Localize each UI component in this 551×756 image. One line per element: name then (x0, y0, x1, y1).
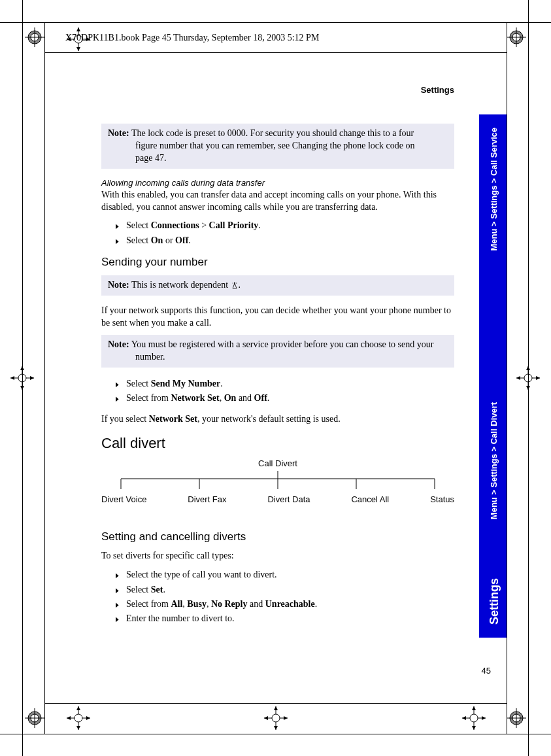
crop-line-top-inner (44, 52, 507, 53)
svg-marker-42 (536, 376, 540, 380)
list-item: Select Set. (114, 583, 454, 597)
note-service-provider: Note: You must be registered with a serv… (101, 335, 454, 368)
crop-line-right-inner (507, 22, 507, 734)
svg-marker-66 (472, 706, 476, 710)
diagram-lines-icon (101, 471, 454, 492)
svg-marker-32 (10, 376, 14, 380)
crop-header-text: X70DPK11B1.book Page 45 Thursday, Septem… (65, 33, 319, 43)
crop-line-top-outer (0, 22, 551, 23)
note-network-dependent: Note: This is network dependent . (101, 275, 454, 296)
crop-line-left-inner (44, 22, 45, 734)
crosshair-icon (461, 705, 487, 731)
page-content: Settings Note: The lock code is preset t… (101, 85, 454, 634)
side-tab: Menu > Settings > Call Service Menu > Se… (479, 114, 507, 638)
note-text: This is network dependent (129, 280, 231, 290)
instruction-list: Select Send My Number. Select from Netwo… (101, 377, 454, 406)
heading-setting-diverts: Setting and cancelling diverts (101, 530, 454, 543)
svg-marker-67 (472, 726, 476, 730)
diagram-title: Call Divert (101, 458, 454, 468)
note-text: figure number that you can remember, see… (108, 140, 448, 152)
breadcrumb-call-service: Menu > Settings > Call Service (489, 128, 499, 251)
breadcrumb-call-divert: Menu > Settings > Call Divert (489, 402, 499, 519)
svg-point-52 (272, 714, 280, 722)
crosshair-icon (9, 365, 35, 391)
crosshair-icon (515, 365, 541, 391)
note-text: The lock code is preset to 0000. For sec… (129, 128, 414, 138)
registration-mark-icon (507, 27, 526, 47)
note-text: page 47. (108, 152, 448, 165)
heading-sending-number: Sending your number (101, 256, 454, 269)
body-paragraph: With this enabled, you can transfer data… (101, 189, 454, 214)
note-lock-code: Note: The lock code is preset to 0000. F… (101, 124, 454, 169)
subheading-allowing-calls: Allowing incoming calls during data tran… (101, 178, 454, 188)
antenna-icon (231, 279, 239, 291)
page-number: 45 (482, 666, 491, 676)
note-label: Note: (108, 339, 129, 349)
list-item: Select On or Off. (114, 233, 454, 248)
svg-point-34 (524, 374, 532, 382)
list-item: Select the type of call you want to dive… (114, 568, 454, 582)
svg-marker-40 (526, 386, 530, 390)
svg-marker-69 (482, 716, 486, 720)
body-paragraph: To set diverts for specific call types: (101, 550, 454, 562)
list-item: Select Connections > Call Priority. (114, 218, 454, 233)
crop-line-bottom-outer (0, 734, 551, 734)
note-label: Note: (108, 128, 129, 138)
side-tab-section-label: Settings (488, 578, 501, 625)
diagram-item: Divert Fax (188, 494, 226, 504)
crosshair-icon (65, 705, 92, 731)
svg-marker-41 (516, 376, 520, 380)
svg-marker-39 (526, 366, 530, 370)
registration-mark-icon (25, 27, 44, 47)
body-paragraph: If you select Network Set, your network'… (101, 413, 454, 426)
svg-marker-60 (284, 716, 288, 720)
list-item: Select Send My Number. (114, 377, 454, 391)
svg-marker-68 (462, 716, 466, 720)
diagram-item: Divert Voice (101, 494, 146, 504)
diagram-item: Divert Data (267, 494, 310, 504)
note-text: You must be registered with a service pr… (129, 339, 434, 349)
svg-point-25 (18, 374, 26, 382)
svg-marker-31 (20, 386, 24, 390)
svg-point-61 (470, 714, 478, 722)
list-item: Select from All, Busy, No Reply and Unre… (114, 597, 454, 611)
svg-marker-59 (264, 716, 268, 720)
svg-marker-58 (274, 726, 278, 730)
svg-marker-30 (20, 366, 24, 370)
heading-call-divert: Call divert (101, 435, 454, 452)
svg-point-43 (75, 714, 82, 722)
svg-marker-50 (67, 716, 71, 720)
diagram-item: Status (430, 494, 454, 504)
list-item: Select from Network Set, On and Off. (114, 391, 454, 405)
svg-marker-21 (76, 27, 80, 31)
registration-mark-icon (25, 708, 44, 728)
svg-marker-49 (76, 726, 80, 730)
crosshair-icon (263, 705, 289, 731)
svg-marker-48 (76, 706, 80, 710)
note-text: number. (108, 351, 448, 364)
svg-marker-22 (76, 47, 80, 51)
svg-marker-57 (274, 706, 278, 710)
list-item: Enter the number to divert to. (114, 611, 454, 626)
diagram-item: Cancel All (351, 494, 389, 504)
diagram-labels: Divert Voice Divert Fax Divert Data Canc… (101, 494, 454, 504)
registration-mark-icon (507, 708, 526, 728)
instruction-list: Select the type of call you want to dive… (101, 568, 454, 627)
svg-marker-33 (30, 376, 34, 380)
crop-line-bottom-inner (44, 703, 507, 704)
running-header: Settings (101, 85, 454, 95)
call-divert-diagram: Call Divert Divert Voice Divert Fax Dive… (101, 458, 454, 511)
instruction-list: Select Connections > Call Priority. Sele… (101, 218, 454, 248)
body-paragraph: If your network supports this function, … (101, 305, 454, 330)
svg-marker-51 (86, 716, 90, 720)
note-label: Note: (108, 280, 129, 290)
